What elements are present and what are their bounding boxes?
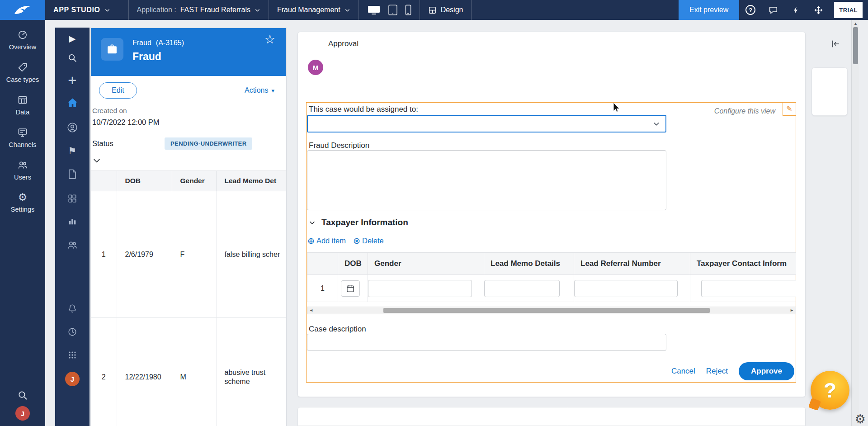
home-icon bbox=[66, 97, 79, 109]
design-label: Design bbox=[441, 6, 463, 14]
actions-menu-button[interactable]: Actions ▾ bbox=[245, 86, 274, 95]
preview-phone-button[interactable] bbox=[405, 5, 411, 15]
delete-item-button[interactable]: ⊗ Delete bbox=[353, 237, 384, 245]
cell-gender: F bbox=[172, 191, 216, 318]
sidebar-item-data[interactable]: Data bbox=[0, 89, 45, 121]
sidebar-item-case-types[interactable]: Case types bbox=[0, 56, 45, 89]
caret-down-icon: ▾ bbox=[271, 88, 274, 94]
assignee-avatar[interactable]: M bbox=[308, 60, 323, 75]
case-type-label: Fraud bbox=[132, 39, 151, 47]
sidebar-item-users[interactable]: Users bbox=[0, 154, 45, 186]
utilities-panel[interactable] bbox=[811, 67, 848, 116]
pega-logo[interactable] bbox=[0, 0, 45, 20]
fraud-description-textarea[interactable] bbox=[307, 150, 666, 210]
app-studio-label: APP STUDIO bbox=[53, 6, 100, 14]
chevron-down-icon bbox=[309, 219, 316, 226]
crosshair-icon bbox=[814, 5, 823, 15]
scroll-left-arrow-icon[interactable]: ◄ bbox=[309, 308, 313, 312]
rail-home-button[interactable] bbox=[55, 97, 90, 109]
rail-profile-button[interactable] bbox=[55, 122, 90, 133]
rail-reports-button[interactable] bbox=[55, 216, 90, 226]
scroll-up-arrow-icon[interactable]: ▲ bbox=[852, 22, 859, 26]
horizontal-scrollbar-thumb[interactable] bbox=[383, 308, 710, 313]
date-picker-button[interactable] bbox=[341, 280, 360, 297]
horizontal-scrollbar[interactable]: ◄ ► bbox=[307, 307, 796, 314]
app-studio-menu[interactable]: APP STUDIO bbox=[45, 0, 128, 20]
created-on-value: 10/7/2022 12:00 PM bbox=[92, 118, 286, 127]
configurable-view-region: Configure this view ✎ This case would be… bbox=[306, 102, 796, 383]
exit-preview-button[interactable]: Exit preview bbox=[679, 0, 739, 20]
help-button[interactable]: ? bbox=[739, 0, 762, 20]
lead-memo-input[interactable] bbox=[484, 280, 560, 297]
table-row[interactable]: 2 12/22/1980 M abusive trust scheme bbox=[91, 318, 286, 426]
bar-chart-icon bbox=[67, 216, 77, 226]
sidebar-item-label: Users bbox=[14, 174, 31, 181]
fraud-description-label: Fraud Description bbox=[309, 141, 369, 150]
collapse-left-icon bbox=[830, 39, 841, 49]
configure-view-label[interactable]: Configure this view bbox=[714, 107, 775, 115]
preview-desktop-button[interactable] bbox=[367, 5, 381, 15]
favorite-star-icon[interactable]: ☆ bbox=[264, 33, 275, 46]
user-avatar[interactable]: J bbox=[15, 406, 30, 421]
sidebar-item-settings[interactable]: ⚙ Settings bbox=[0, 186, 45, 218]
design-button[interactable]: Design bbox=[420, 0, 472, 20]
case-title: Fraud bbox=[132, 51, 161, 63]
scroll-right-arrow-icon[interactable]: ► bbox=[790, 308, 794, 312]
case-description-input[interactable] bbox=[307, 334, 666, 351]
taxpayer-section-header[interactable]: Taxpayer Information bbox=[309, 218, 408, 227]
sidebar-item-label: Settings bbox=[11, 206, 34, 213]
collapse-panel-button[interactable] bbox=[830, 39, 841, 49]
sidebar-item-overview[interactable]: Overview bbox=[0, 24, 45, 56]
person-circle-icon bbox=[66, 122, 78, 133]
support-chat-button[interactable]: ? bbox=[811, 371, 849, 410]
vertical-scrollbar[interactable]: ▲ bbox=[851, 20, 859, 426]
pencil-icon: ✎ bbox=[786, 105, 792, 113]
approve-button[interactable]: Approve bbox=[739, 362, 794, 380]
taxpayer-contact-input[interactable] bbox=[701, 280, 796, 297]
edit-button[interactable]: Edit bbox=[99, 82, 137, 99]
mouse-cursor bbox=[613, 102, 621, 113]
rail-apps-button[interactable] bbox=[55, 350, 90, 360]
sidebar-search-button[interactable] bbox=[17, 384, 28, 406]
rail-notifications-button[interactable] bbox=[55, 303, 90, 314]
add-item-button[interactable]: ⊕ Add item bbox=[307, 237, 346, 245]
search-icon bbox=[67, 53, 77, 63]
trial-badge: TRIAL bbox=[834, 2, 863, 18]
preview-tablet-button[interactable] bbox=[388, 4, 398, 16]
vertical-scrollbar-thumb[interactable] bbox=[853, 27, 858, 64]
whats-new-button[interactable] bbox=[784, 0, 807, 20]
delete-label: Delete bbox=[362, 237, 384, 245]
rail-spaces-button[interactable] bbox=[55, 194, 90, 204]
page-settings-gear-icon[interactable]: ⚙ bbox=[855, 413, 866, 426]
assignee-select[interactable] bbox=[307, 115, 666, 133]
document-icon bbox=[67, 169, 77, 180]
rail-recents-button[interactable] bbox=[55, 327, 90, 337]
sidebar-item-label: Data bbox=[16, 109, 30, 116]
rail-files-button[interactable] bbox=[55, 169, 90, 180]
configure-view-button[interactable]: ✎ bbox=[783, 102, 796, 116]
rail-flag-button[interactable]: ⚑ bbox=[55, 146, 90, 156]
column-header: Gender bbox=[368, 253, 484, 275]
context-picker[interactable]: Fraud Management bbox=[269, 0, 359, 20]
rail-search-button[interactable] bbox=[55, 53, 90, 63]
rail-add-button[interactable]: + bbox=[55, 73, 90, 88]
reject-button[interactable]: Reject bbox=[706, 367, 728, 376]
runtime-tools-button[interactable] bbox=[807, 0, 830, 20]
column-header bbox=[307, 253, 338, 275]
cell-dob: 2/6/1979 bbox=[117, 191, 172, 318]
cell-memo: false billing scher bbox=[216, 191, 286, 318]
table-row[interactable]: 1 2/6/1979 F false billing scher bbox=[91, 191, 286, 318]
design-icon bbox=[428, 6, 437, 14]
lead-referral-input[interactable] bbox=[574, 280, 678, 297]
case-header: Fraud (A-3165) ☆ Fraud bbox=[91, 28, 286, 76]
rail-play-button[interactable]: ▶ bbox=[55, 34, 90, 43]
column-header: Lead Memo Det bbox=[216, 171, 286, 191]
rail-people-button[interactable] bbox=[55, 240, 90, 251]
gender-input[interactable] bbox=[368, 280, 472, 297]
application-switcher[interactable]: Application : FAST Fraud Referrals bbox=[129, 0, 269, 20]
portal-user-avatar[interactable]: J bbox=[65, 372, 80, 386]
cancel-button[interactable]: Cancel bbox=[671, 367, 695, 376]
expand-details-button[interactable] bbox=[92, 156, 103, 165]
sidebar-item-channels[interactable]: Channels bbox=[0, 121, 45, 154]
feedback-button[interactable] bbox=[762, 0, 784, 20]
